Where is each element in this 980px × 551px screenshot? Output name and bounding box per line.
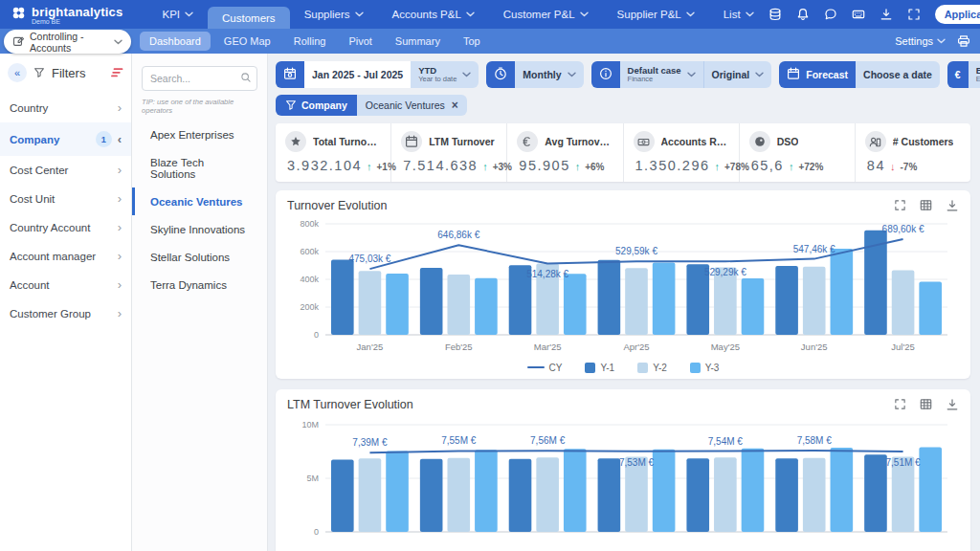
legend-item-y-3[interactable]: Y-3: [690, 363, 720, 373]
case-dropdown[interactable]: Default caseFinance: [620, 61, 703, 88]
version-dropdown[interactable]: Original: [704, 61, 772, 88]
search-icon: [240, 72, 252, 83]
nav-item-accounts-p-l[interactable]: Accounts P&L: [378, 0, 489, 29]
filter-item-label: Cost Center: [10, 165, 68, 176]
application-selector[interactable]: Application: [935, 5, 980, 24]
legend-item-y-1[interactable]: Y-1: [585, 363, 614, 373]
main-content: Jan 2025 - Jul 2025 YTDYear to date Mont…: [268, 54, 980, 551]
topnav-items: KPICustomersSuppliersAccounts P&LCustome…: [147, 0, 768, 29]
database-icon[interactable]: [768, 8, 782, 21]
chat-icon[interactable]: [824, 8, 837, 21]
download-icon[interactable]: [880, 8, 893, 21]
filter-chip-dimension[interactable]: Company: [276, 95, 357, 116]
nav-item-list[interactable]: List: [709, 0, 768, 29]
collapse-sidebar-button[interactable]: «: [8, 63, 27, 82]
kpi-value: 7.514.638: [403, 158, 478, 173]
logo[interactable]: brightanalytics Demo BE: [11, 5, 122, 25]
nav-item-kpi[interactable]: KPI: [147, 0, 208, 29]
svg-text:600k: 600k: [300, 247, 319, 256]
up-arrow-icon: ↑: [367, 161, 372, 172]
date-range-control: Jan 2025 - Jul 2025 YTDYear to date: [276, 61, 479, 88]
calendar-icon: [401, 131, 422, 152]
view-selector[interactable]: Controlling - Accounts: [4, 30, 131, 54]
company-item-terra-dynamics[interactable]: Terra Dynamics: [132, 271, 257, 298]
chevron-down-icon: [114, 39, 122, 45]
period-dropdown[interactable]: Monthly: [515, 61, 583, 88]
keyboard-icon[interactable]: [852, 8, 865, 21]
tab-top[interactable]: Top: [454, 32, 490, 51]
company-item-blaze-tech-solutions[interactable]: Blaze Tech Solutions: [132, 148, 257, 187]
legend-item-y-2[interactable]: Y-2: [637, 363, 667, 373]
nav-item-label: Accounts P&L: [392, 9, 461, 20]
kpi-card-accounts-receiv: Accounts Receiv... 1.350.296 ↑ +78%: [624, 123, 740, 182]
filter-item-country[interactable]: Country›: [0, 94, 131, 122]
clear-filters-icon[interactable]: [110, 67, 123, 78]
kpi-value: 3.932.104: [287, 158, 362, 173]
legend-item-cy[interactable]: CY: [527, 363, 563, 373]
notifications-icon[interactable]: [796, 8, 810, 21]
kpi-header: Avg Turnover per...: [517, 131, 612, 152]
filter-item-customer-group[interactable]: Customer Group›: [0, 299, 131, 328]
filter-item-label: Cost Unit: [10, 193, 55, 205]
currency-dropdown[interactable]: EUREuro: [969, 61, 980, 88]
settings-menu[interactable]: Settings: [895, 35, 946, 47]
download-icon[interactable]: [946, 398, 959, 411]
tab-geo-map[interactable]: GEO Map: [214, 32, 280, 51]
case-icon-button[interactable]: [591, 61, 620, 88]
filter-item-company[interactable]: Company1‹: [0, 122, 131, 156]
kpi-label: LTM Turnover: [429, 136, 494, 147]
chip-value-label: Oceanic Ventures: [366, 99, 445, 111]
svg-text:5M: 5M: [306, 474, 319, 483]
ytd-dropdown[interactable]: YTDYear to date: [411, 61, 479, 88]
svg-text:0: 0: [314, 330, 319, 340]
company-item-stellar-solutions[interactable]: Stellar Solutions: [132, 243, 257, 271]
print-icon[interactable]: [957, 34, 970, 48]
table-icon[interactable]: [920, 398, 932, 411]
filter-item-cost-unit[interactable]: Cost Unit›: [0, 185, 131, 213]
expand-icon[interactable]: [894, 199, 906, 212]
remove-filter-icon[interactable]: ×: [452, 100, 458, 110]
svg-text:Apr'25: Apr'25: [623, 342, 649, 352]
filter-item-label: Company: [10, 134, 59, 145]
choose-date-label: Choose a date: [863, 69, 932, 80]
app-body: « Filters Country›Company1‹Cost Center›C…: [0, 54, 980, 551]
filter-item-cost-center[interactable]: Cost Center›: [0, 156, 131, 185]
chevron-down-icon: [746, 11, 754, 17]
company-item-skyline-innovations[interactable]: Skyline Innovations: [132, 215, 257, 243]
nav-item-customer-p-l[interactable]: Customer P&L: [489, 0, 603, 29]
filter-item-country-account[interactable]: Country Account›: [0, 213, 131, 242]
calendar-picker-button[interactable]: [276, 61, 304, 88]
table-icon[interactable]: [920, 199, 932, 212]
download-icon[interactable]: [946, 199, 959, 212]
forecast-button[interactable]: Forecast: [779, 61, 856, 88]
filter-chip-value[interactable]: Oceanic Ventures ×: [357, 95, 467, 116]
currency-icon-button[interactable]: €: [947, 61, 969, 88]
tab-summary[interactable]: Summary: [386, 32, 450, 51]
tab-dashboard[interactable]: Dashboard: [140, 32, 211, 51]
company-item-oceanic-ventures[interactable]: Oceanic Ventures: [132, 187, 257, 215]
nav-item-customers[interactable]: Customers: [208, 7, 290, 29]
filter-item-account[interactable]: Account›: [0, 271, 131, 299]
filter-item-account-manager[interactable]: Account manager›: [0, 242, 131, 271]
toolbar: Jan 2025 - Jul 2025 YTDYear to date Mont…: [276, 61, 970, 88]
chevron-down-icon: [568, 72, 576, 77]
fullscreen-icon[interactable]: [907, 8, 921, 21]
filter-icon: [285, 99, 297, 111]
svg-text:Jun'25: Jun'25: [801, 342, 828, 352]
legend-label: CY: [549, 363, 563, 373]
tab-pivot[interactable]: Pivot: [339, 32, 381, 51]
company-item-apex-enterprises[interactable]: Apex Enterprises: [132, 121, 257, 148]
expand-icon[interactable]: [894, 398, 906, 411]
choose-date-button[interactable]: Choose a date: [856, 61, 940, 88]
kpi-label: Total Turnover: [313, 136, 381, 147]
svg-text:529,59k €: 529,59k €: [615, 246, 657, 256]
tab-rolling[interactable]: Rolling: [284, 32, 336, 51]
period-icon-button[interactable]: [486, 61, 515, 88]
nav-item-supplier-p-l[interactable]: Supplier P&L: [603, 0, 709, 29]
nav-item-suppliers[interactable]: Suppliers: [290, 0, 378, 29]
svg-text:Jan'25: Jan'25: [357, 342, 384, 352]
date-range-value[interactable]: Jan 2025 - Jul 2025: [304, 61, 411, 88]
kpi-value-row: 95.905 ↑ +6%: [517, 158, 612, 173]
nav-item-label: Customer P&L: [503, 9, 575, 20]
kpi-value-row: 7.514.638 ↑ +3%: [401, 158, 497, 173]
